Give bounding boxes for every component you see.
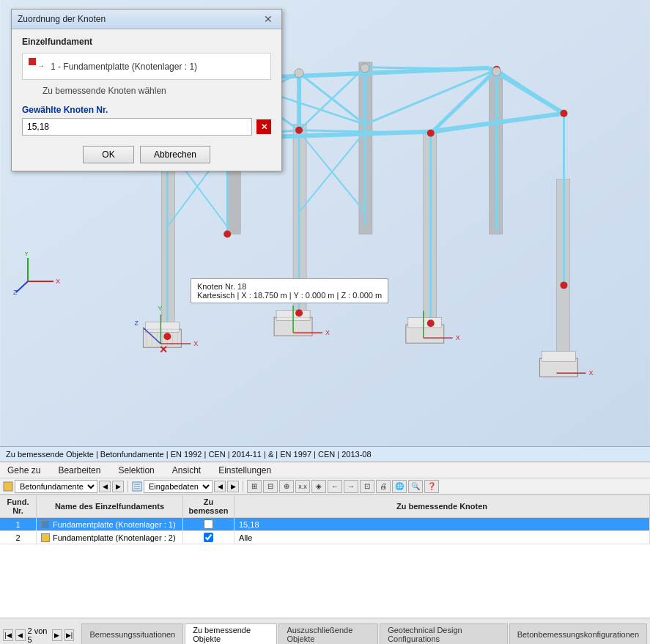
module-next-btn[interactable]: ▶ [112,481,124,492]
tooltip-line1: Knoten Nr. 18 [197,282,382,291]
table-row[interactable]: 1 Fundamentplatte (Knotenlager : 1) 15,1… [0,518,650,531]
coordinate-tooltip: Knoten Nr. 18 Kartesisch | X : 18.750 m … [191,278,388,303]
svg-text:Z: Z [134,319,139,327]
svg-text:Y: Y [158,305,162,312]
svg-text:Z: Z [13,289,18,296]
svg-rect-97 [4,482,12,491]
toolbar-sep-1 [128,481,128,492]
bottom-tabs: |◀ ◀ 2 von 5 ▶ ▶| Bemessungssituationen … [0,618,650,644]
svg-point-58 [295,127,303,134]
svg-text:X: X [56,278,60,285]
svg-point-72 [492,67,501,76]
dialog-title: Zuordnung der Knoten [18,14,106,24]
view-prev-btn[interactable]: ◀ [214,481,226,492]
clear-button[interactable] [256,119,271,134]
menu-settings[interactable]: Einstellungen [215,464,274,477]
menu-goto[interactable]: Gehe zu [4,464,43,477]
col-header-name: Name des Einzelfundaments [37,495,183,517]
table-header: Fund. Nr. Name des Einzelfundaments Zu b… [0,495,650,518]
svg-rect-95 [29,58,36,65]
menu-edit[interactable]: Bearbeiten [55,464,103,477]
tool-btn-8[interactable]: ⊡ [360,480,374,493]
cell-knoten-2: Alle [234,531,650,544]
svg-point-60 [560,110,567,117]
page-first-btn[interactable]: |◀ [3,629,13,641]
svg-text:X: X [193,340,198,347]
tool-btn-9[interactable]: 🖨 [376,480,391,493]
tool-btn-10[interactable]: 🌐 [392,480,407,493]
svg-point-70 [295,69,303,78]
module-select[interactable]: Betonfundamente [15,480,97,493]
svg-point-64 [224,230,231,237]
page-next-btn[interactable]: ▶ [52,629,62,641]
menu-selection[interactable]: Selektion [115,464,157,477]
tab-bemessungssituationen[interactable]: Bemessungssituationen [81,623,183,644]
tab-zu-bemessende-objekte[interactable]: Zu bemessende Objekte [185,623,277,644]
svg-text:Y: Y [24,252,29,257]
svg-point-66 [295,309,303,317]
module-icon [3,481,13,492]
cell-nr-2: 2 [0,531,37,544]
dialog-titlebar: Zuordnung der Knoten ✕ [12,10,281,29]
dialog-zuordnung: Zuordnung der Knoten ✕ Einzelfundament →… [11,9,282,171]
dialog-item-row: → 1 - Fundamentplatte (Knotenlager : 1) [22,53,271,80]
svg-text:X: X [456,334,460,341]
dialog-item-text: 1 - Fundamentplatte (Knotenlager : 1) [51,62,197,72]
ok-button[interactable]: OK [83,146,134,163]
menubar: Gehe zu Bearbeiten Selektion Ansicht Ein… [0,462,650,478]
col-header-nr: Fund. Nr. [0,495,37,517]
toolbar-sep-2 [243,481,243,492]
tool-btn-7[interactable]: → [344,480,358,493]
view-icon [132,481,142,492]
svg-point-71 [361,64,369,73]
tool-btn-2[interactable]: ⊟ [263,480,278,493]
page-last-btn[interactable]: ▶| [64,629,75,641]
status-bar: Zu bemessende Objekte | Betonfundamente … [0,446,650,462]
col-header-zu-bemessen: Zu bemessen [183,495,234,517]
menu-view[interactable]: Ansicht [169,464,204,477]
dialog-instruction: Zu bemessende Knoten wählen [43,86,271,96]
svg-text:✕: ✕ [159,344,168,355]
cancel-button[interactable]: Abbrechen [140,146,210,163]
tool-btn-11[interactable]: 🔍 [408,480,423,493]
view-next-btn[interactable]: ▶ [227,481,239,492]
cell-nr-1: 1 [0,518,37,530]
tool-btn-5[interactable]: ◈ [311,480,326,493]
row-icon-2 [41,533,50,542]
checkbox-1[interactable] [204,519,213,529]
table-area: Fund. Nr. Name des Einzelfundaments Zu b… [0,495,650,618]
tab-betonbemessungskonfigurationen[interactable]: Betonbemessungskonfigurationen [509,623,647,644]
dialog-close-button[interactable]: ✕ [261,13,276,25]
tool-btn-3[interactable]: ⊕ [279,480,294,493]
cell-name-2: Fundamentplatte (Knotenlager : 2) [37,531,183,544]
page-info: 2 von 5 [28,626,50,644]
cell-name-1: Fundamentplatte (Knotenlager : 1) [37,518,183,530]
svg-rect-41 [145,322,179,332]
dialog-section-label: Einzelfundament [22,37,271,47]
knoten-input[interactable] [22,118,252,136]
page-navigation: |◀ ◀ 2 von 5 ▶ ▶| [3,626,74,644]
svg-text:X: X [588,369,593,377]
svg-line-93 [16,281,28,292]
cell-knoten-1: 15,18 [234,518,650,530]
status-text: Zu bemessende Objekte | Betonfundamente … [6,450,372,459]
tab-geotechnical[interactable]: Geotechnical Design Configurations [380,623,508,644]
tool-btn-6[interactable]: ← [328,480,342,493]
tool-btn-1[interactable]: ⊞ [247,480,262,493]
view-select[interactable]: Eingabedaten [144,480,213,493]
svg-text:X: X [325,329,330,336]
cell-checkbox-1[interactable] [183,518,234,530]
dialog-item-icon: → [27,56,45,76]
page-prev-btn[interactable]: ◀ [15,629,26,641]
svg-text:→: → [37,62,45,70]
row-icon-1 [41,520,50,529]
tool-btn-4[interactable]: x.x [295,480,310,493]
table-row[interactable]: 2 Fundamentplatte (Knotenlager : 2) Alle [0,531,650,544]
checkbox-2[interactable] [204,533,213,542]
cell-checkbox-2[interactable] [183,531,234,544]
svg-point-65 [163,333,171,340]
module-prev-btn[interactable]: ◀ [99,481,111,492]
tool-btn-12[interactable]: ❓ [424,480,439,493]
tab-auszuschliessende-objekte[interactable]: Auszuschließende Objekte [278,623,378,644]
svg-point-68 [560,281,567,289]
